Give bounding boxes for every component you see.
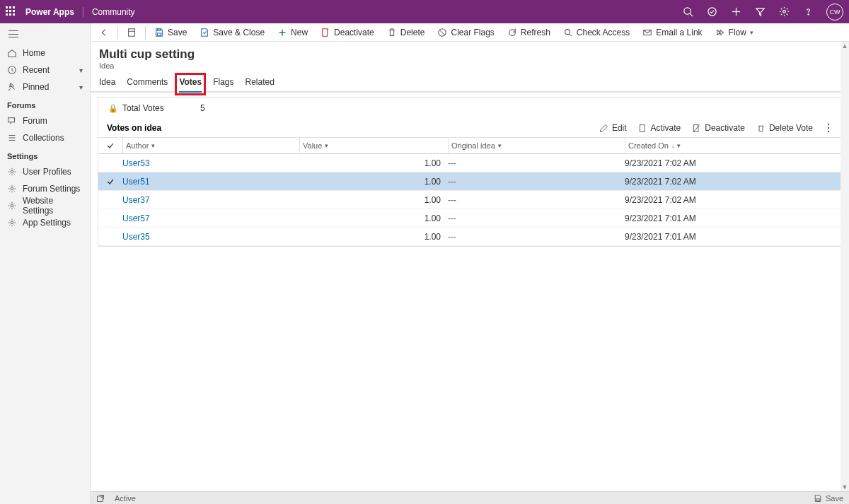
author-link[interactable]: User51 (122, 177, 299, 187)
svg-point-26 (565, 29, 570, 34)
chevron-down-icon: ▾ (325, 142, 328, 149)
table-row[interactable]: User511.00---9/23/2021 7:02 AM (98, 172, 841, 191)
svg-rect-9 (8, 118, 15, 122)
sidebar-item-forum[interactable]: Forum (0, 112, 90, 129)
deactivate-button[interactable]: Deactivate (316, 26, 379, 39)
email-icon (642, 28, 652, 37)
svg-rect-20 (157, 28, 160, 30)
check-access-button[interactable]: Check Access (559, 26, 634, 39)
tab-comments[interactable]: Comments (127, 77, 168, 91)
plus-icon (277, 28, 287, 37)
sidebar-section-forums: Forums (0, 95, 90, 112)
new-label: New (291, 28, 308, 37)
sidebar-item-label: App Settings (23, 218, 71, 228)
column-value[interactable]: Value ▾ (299, 138, 448, 153)
table-row[interactable]: User351.00---9/23/2021 7:01 AM (98, 228, 841, 246)
collapse-nav-icon[interactable] (8, 30, 18, 37)
check-access-label: Check Access (577, 28, 630, 37)
list-icon (7, 133, 17, 143)
svg-point-16 (11, 221, 13, 224)
sidebar-item-label: User Profiles (23, 167, 71, 177)
column-author-label: Author (126, 141, 149, 150)
refresh-button[interactable]: Refresh (503, 26, 555, 39)
app-launcher-icon[interactable] (6, 6, 17, 18)
table-row[interactable]: User531.00---9/23/2021 7:02 AM (98, 154, 841, 172)
author-link[interactable]: User35 (122, 232, 299, 242)
svg-point-5 (782, 11, 785, 13)
svg-line-27 (570, 33, 572, 36)
save-close-icon (200, 28, 209, 37)
total-votes-label: Total Votes (122, 103, 200, 113)
sidebar-item-app-settings[interactable]: App Settings (0, 214, 90, 231)
sidebar-item-collections[interactable]: Collections (0, 129, 90, 146)
clear-flags-button[interactable]: Clear Flags (433, 26, 498, 39)
status-save-button[interactable]: Save (814, 494, 843, 503)
activate-button[interactable]: Activate (638, 123, 681, 133)
save-button[interactable]: Save (150, 26, 191, 39)
value-cell: 1.00 (299, 232, 448, 242)
sidebar-item-website-settings[interactable]: Website Settings (0, 197, 90, 214)
author-link[interactable]: User37 (122, 195, 299, 205)
deactivate-vote-label: Deactivate (705, 123, 745, 133)
tab-votes[interactable]: Votes (179, 77, 202, 91)
sidebar-item-forum-settings[interactable]: Forum Settings (0, 180, 90, 197)
deactivate-label: Deactivate (334, 28, 374, 37)
created-on-cell: 9/23/2021 7:02 AM (625, 177, 841, 187)
author-link[interactable]: User53 (122, 158, 299, 168)
filter-icon[interactable] (754, 6, 766, 18)
more-commands-button[interactable] (824, 123, 833, 133)
table-row[interactable]: User371.00---9/23/2021 7:02 AM (98, 191, 841, 209)
help-icon[interactable] (802, 6, 814, 18)
author-link[interactable]: User57 (122, 213, 299, 223)
environment-name[interactable]: Community (83, 7, 135, 17)
avatar[interactable]: CW (826, 4, 843, 20)
scroll-up-icon[interactable]: ▲ (841, 42, 849, 50)
new-button[interactable]: New (273, 26, 312, 39)
email-link-button[interactable]: Email a Link (638, 26, 706, 39)
flow-button[interactable]: Flow ▾ (711, 26, 758, 39)
topbar-actions: CW (682, 4, 843, 20)
deactivate-vote-button[interactable]: Deactivate (692, 123, 745, 133)
row-checkbox[interactable] (98, 177, 122, 186)
scroll-down-icon[interactable]: ▼ (841, 483, 849, 491)
tab-related[interactable]: Related (246, 77, 275, 91)
svg-rect-29 (640, 124, 645, 131)
delete-button[interactable]: Delete (383, 26, 429, 39)
save-close-button[interactable]: Save & Close (195, 26, 269, 39)
sidebar-section-settings: Settings (0, 146, 90, 163)
command-bar: Save Save & Close New Deactivate Delete … (91, 23, 849, 42)
record-entity: Idea (99, 61, 849, 70)
select-all-checkbox[interactable] (98, 141, 122, 150)
column-author[interactable]: Author ▾ (122, 138, 299, 153)
back-button[interactable] (95, 26, 113, 39)
sidebar-item-label: Recent (23, 65, 50, 75)
search-icon[interactable] (682, 6, 693, 18)
tab-idea[interactable]: Idea (99, 77, 115, 91)
column-original-idea[interactable]: Original idea ▾ (448, 138, 625, 153)
activate-label: Activate (651, 123, 681, 133)
sidebar-item-label: Forum (23, 116, 47, 126)
sidebar-item-home[interactable]: Home (0, 45, 90, 61)
gear-icon (7, 201, 17, 211)
sidebar-item-label: Home (23, 48, 45, 58)
edit-button[interactable]: Edit (599, 123, 627, 133)
created-on-cell: 9/23/2021 7:02 AM (625, 158, 841, 168)
add-icon[interactable] (730, 6, 741, 18)
sidebar-item-pinned[interactable]: Pinned▾ (0, 78, 90, 95)
check-access-icon (563, 28, 573, 37)
target-icon[interactable] (706, 6, 717, 18)
status-save-label: Save (826, 494, 843, 503)
trash-icon (387, 28, 397, 37)
sidebar-item-user-profiles[interactable]: User Profiles (0, 163, 90, 180)
clear-flags-icon (437, 28, 447, 37)
table-row[interactable]: User571.00---9/23/2021 7:01 AM (98, 209, 841, 228)
sidebar-item-recent[interactable]: Recent▾ (0, 61, 90, 78)
svg-point-13 (11, 170, 13, 173)
tab-flags[interactable]: Flags (213, 77, 233, 91)
popout-icon[interactable] (96, 494, 105, 503)
open-record-set-button[interactable] (122, 26, 141, 39)
vertical-scrollbar[interactable]: ▲ ▼ (841, 42, 849, 491)
delete-vote-button[interactable]: Delete Vote (756, 123, 813, 133)
column-created-on[interactable]: Created On ↓ ▾ (625, 138, 841, 153)
settings-icon[interactable] (778, 6, 790, 18)
